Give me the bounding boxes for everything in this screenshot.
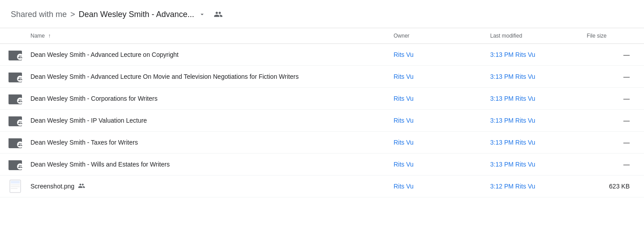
col-header-size[interactable]: File size [579, 28, 644, 44]
owner-cell: Rits Vu [386, 176, 483, 197]
breadcrumb: Shared with me > Dean Wesley Smith - Adv… [0, 0, 644, 28]
size-cell: — [579, 88, 644, 110]
file-name: Dean Wesley Smith - Advanced Lecture On … [30, 73, 298, 80]
size-cell: — [579, 154, 644, 176]
modified-cell: 3:13 PM Rits Vu [483, 66, 580, 88]
owner-cell: Rits Vu [386, 88, 483, 110]
table-row[interactable]: Dean Wesley Smith - Wills and Estates fo… [0, 154, 644, 176]
table-row[interactable]: Dean Wesley Smith - Advanced Lecture on … [0, 44, 644, 66]
file-icon [7, 178, 23, 194]
file-name: Dean Wesley Smith - IP Valuation Lecture [30, 117, 147, 124]
owner-cell: Rits Vu [386, 66, 483, 88]
owner-cell: Rits Vu [386, 132, 483, 154]
table-row[interactable]: Screenshot.pngRits Vu3:12 PM Rits Vu623 … [0, 176, 644, 197]
file-name: Screenshot.png [30, 182, 85, 191]
current-folder-name: Dean Wesley Smith - Advance... [79, 10, 194, 19]
svg-rect-2 [11, 181, 20, 184]
file-name: Dean Wesley Smith - Wills and Estates fo… [30, 161, 170, 168]
modified-cell: 3:13 PM Rits Vu [483, 44, 580, 66]
folder-dropdown-chevron[interactable] [198, 10, 207, 19]
shared-with-me-link[interactable]: Shared with me [11, 10, 67, 19]
owner-cell: Rits Vu [386, 110, 483, 132]
size-cell: — [579, 110, 644, 132]
col-header-modified[interactable]: Last modified [483, 28, 580, 44]
owner-cell: Rits Vu [386, 154, 483, 176]
table-row[interactable]: Dean Wesley Smith - Taxes for WritersRit… [0, 132, 644, 154]
folder-icon [7, 90, 23, 107]
modified-cell: 3:13 PM Rits Vu [483, 88, 580, 110]
file-name: Dean Wesley Smith - Taxes for Writers [30, 139, 138, 146]
modified-cell: 3:13 PM Rits Vu [483, 132, 580, 154]
shared-people-icon[interactable] [212, 8, 225, 21]
col-header-name[interactable]: Name ↑ [0, 28, 386, 44]
table-row[interactable]: Dean Wesley Smith - Advanced Lecture On … [0, 66, 644, 88]
folder-icon [7, 68, 23, 85]
file-table: Name ↑ Owner Last modified File size Dea… [0, 28, 644, 197]
breadcrumb-separator: > [70, 10, 75, 19]
file-name: Dean Wesley Smith - Advanced Lecture on … [30, 51, 178, 58]
file-name: Dean Wesley Smith - Corporations for Wri… [30, 95, 157, 102]
modified-cell: 3:12 PM Rits Vu [483, 176, 580, 197]
table-row[interactable]: Dean Wesley Smith - IP Valuation Lecture… [0, 110, 644, 132]
size-cell: — [579, 132, 644, 154]
modified-cell: 3:13 PM Rits Vu [483, 110, 580, 132]
modified-cell: 3:13 PM Rits Vu [483, 154, 580, 176]
size-cell: — [579, 44, 644, 66]
table-row[interactable]: Dean Wesley Smith - Corporations for Wri… [0, 88, 644, 110]
folder-icon [7, 47, 23, 63]
shared-icon [78, 182, 85, 191]
owner-cell: Rits Vu [386, 44, 483, 66]
size-cell: — [579, 66, 644, 88]
sort-ascending-icon: ↑ [48, 33, 51, 39]
folder-icon [7, 156, 23, 172]
folder-icon [7, 134, 23, 150]
col-header-owner[interactable]: Owner [386, 28, 483, 44]
folder-icon [7, 112, 23, 128]
size-cell: 623 KB [579, 176, 644, 197]
